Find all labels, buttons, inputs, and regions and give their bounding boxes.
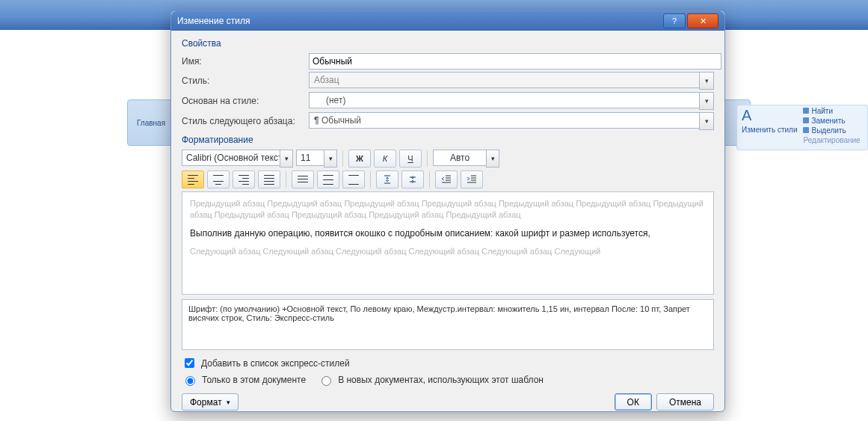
font-select[interactable]: Calibri (Основной текст) ▾ xyxy=(182,150,293,168)
line-spacing-med-icon xyxy=(323,175,333,184)
indent-increase-button[interactable] xyxy=(461,170,483,188)
next-style-combo[interactable]: ¶ Обычный ▾ xyxy=(309,112,714,130)
paragraph-space-inc-icon xyxy=(382,174,393,185)
scope-template-radio[interactable]: В новых документах, использующих этот ша… xyxy=(318,374,544,386)
indent-increase-icon xyxy=(467,174,477,185)
align-right-button[interactable] xyxy=(233,170,255,188)
format-toolbar-row1: Calibri (Основной текст) ▾ 11 ▾ Ж К Ч Ав… xyxy=(182,150,714,168)
preview-box: Предыдущий абзац Предыдущий абзац Предыд… xyxy=(182,191,714,295)
dialog-title: Изменение стиля xyxy=(177,16,662,26)
bg-change-styles: Изменить стили xyxy=(742,126,797,134)
preview-sample-text: Выполнив данную операцию, появится окошк… xyxy=(190,227,706,240)
font-color: Авто xyxy=(433,150,486,166)
line-spacing-loose-icon xyxy=(348,175,359,184)
align-center-button[interactable] xyxy=(207,170,230,188)
bg-select: Выделить xyxy=(811,126,846,135)
align-justify-icon xyxy=(264,175,274,184)
based-on-label: Основан на стиле: xyxy=(182,96,309,106)
close-icon: ✕ xyxy=(700,16,707,26)
style-description: Шрифт: (по умолчанию) +Основной текст, П… xyxy=(182,299,714,350)
indent-decrease-icon xyxy=(441,174,452,185)
bg-editing-pane: A Изменить стили Найти Заменить Выделить… xyxy=(736,105,868,150)
add-quick-styles-check[interactable]: Добавить в список экспресс-стилей xyxy=(182,356,714,370)
section-properties: Свойства xyxy=(182,38,714,49)
ok-button[interactable]: ОК xyxy=(615,393,652,411)
format-toolbar-row2 xyxy=(182,170,714,188)
help-button[interactable]: ? xyxy=(663,13,686,28)
align-left-icon xyxy=(188,175,198,184)
chevron-down-icon[interactable]: ▾ xyxy=(699,92,714,110)
replace-icon xyxy=(803,117,809,123)
font-color-select[interactable]: Авто ▾ xyxy=(433,150,499,168)
scope-template-input[interactable] xyxy=(321,376,331,386)
bold-button[interactable]: Ж xyxy=(348,150,371,168)
line-spacing-2-button[interactable] xyxy=(342,170,365,188)
scope-this-doc-input[interactable] xyxy=(185,376,195,386)
align-right-icon xyxy=(238,175,249,184)
scope-template-label: В новых документах, использующих этот ша… xyxy=(338,375,544,385)
close-button[interactable]: ✕ xyxy=(687,13,718,28)
underline-icon: Ч xyxy=(407,154,413,163)
chevron-down-icon: ▾ xyxy=(227,399,230,406)
chevron-down-icon[interactable]: ▾ xyxy=(699,112,714,130)
type-label: Стиль: xyxy=(182,76,309,86)
indent-decrease-button[interactable] xyxy=(435,170,458,188)
format-button-label: Формат xyxy=(190,397,222,408)
type-value: Абзац xyxy=(309,72,699,88)
chevron-down-icon: ▾ xyxy=(699,72,714,90)
add-quick-styles-checkbox[interactable] xyxy=(185,358,194,368)
next-style-value: ¶ Обычный xyxy=(309,112,699,129)
bg-editing-label: Редактирование xyxy=(803,136,860,144)
styles-A-icon: A xyxy=(742,107,797,124)
line-spacing-15-button[interactable] xyxy=(317,170,339,188)
type-combo: Абзац ▾ xyxy=(309,72,714,90)
bg-tab-home: Главная xyxy=(137,119,165,127)
preview-prev-para: Предыдущий абзац Предыдущий абзац Предыд… xyxy=(190,198,706,221)
align-center-icon xyxy=(213,175,224,184)
preview-next-para: Следующий абзац Следующий абзац Следующи… xyxy=(190,246,706,257)
chevron-down-icon[interactable]: ▾ xyxy=(280,150,293,168)
select-icon xyxy=(803,127,809,133)
based-on-value: (нет) xyxy=(309,92,699,108)
format-menu-button[interactable]: Формат ▾ xyxy=(182,393,238,411)
bg-replace: Заменить xyxy=(811,117,845,125)
find-icon xyxy=(803,108,809,114)
modify-style-dialog: Изменение стиля ? ✕ Свойства Имя: Стиль:… xyxy=(170,10,725,412)
underline-button[interactable]: Ч xyxy=(399,150,422,168)
pilcrow-icon: ¶ xyxy=(314,115,319,126)
based-on-combo[interactable]: (нет) ▾ xyxy=(309,92,714,110)
section-formatting: Форматирование xyxy=(182,135,714,145)
scope-this-doc-radio[interactable]: Только в этом документе xyxy=(182,374,306,386)
italic-icon: К xyxy=(383,154,387,163)
scope-this-doc-label: Только в этом документе xyxy=(202,375,306,385)
font-size-select[interactable]: 11 ▾ xyxy=(296,150,337,168)
chevron-down-icon[interactable]: ▾ xyxy=(486,150,499,168)
name-input[interactable] xyxy=(309,53,721,70)
cancel-button[interactable]: Отмена xyxy=(656,393,714,411)
next-style-text: Обычный xyxy=(321,115,361,126)
align-left-button[interactable] xyxy=(182,170,204,188)
chevron-down-icon[interactable]: ▾ xyxy=(324,150,337,168)
bold-icon: Ж xyxy=(356,154,363,163)
bg-find: Найти xyxy=(811,107,833,115)
next-style-label: Стиль следующего абзаца: xyxy=(182,116,309,126)
help-icon: ? xyxy=(672,16,677,25)
titlebar[interactable]: Изменение стиля ? ✕ xyxy=(171,11,724,31)
line-spacing-tight-icon xyxy=(298,175,308,184)
font-size: 11 xyxy=(296,150,324,166)
italic-button[interactable]: К xyxy=(374,150,396,168)
line-spacing-1-button[interactable] xyxy=(292,170,314,188)
paragraph-space-dec-icon xyxy=(407,174,418,185)
space-before-dec-button[interactable] xyxy=(401,170,424,188)
add-quick-styles-label: Добавить в список экспресс-стилей xyxy=(201,358,350,369)
font-name: Calibri (Основной текст) xyxy=(182,150,280,166)
space-before-inc-button[interactable] xyxy=(376,170,398,188)
align-justify-button[interactable] xyxy=(258,170,280,188)
name-label: Имя: xyxy=(182,56,309,67)
